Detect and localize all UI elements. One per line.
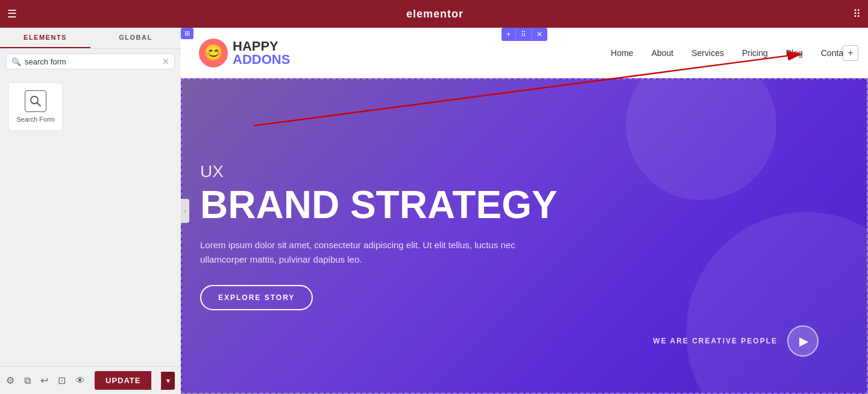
- update-button[interactable]: UPDATE: [95, 371, 151, 390]
- section-tool-add[interactable]: +: [502, 28, 516, 41]
- elements-area: Search Form: [0, 74, 181, 366]
- nav-links: Home About Services Pricing Blog Contact: [611, 48, 850, 58]
- video-label: WE ARE CREATIVE PEOPLE: [653, 337, 778, 345]
- hero-section: UX BRAND STRATEGY Lorem ipsum dolor sit …: [181, 78, 868, 394]
- layers-icon[interactable]: ⧉: [24, 375, 31, 386]
- search-bar: 🔍 ✕: [6, 54, 175, 69]
- preview-icon[interactable]: 👁: [75, 375, 85, 386]
- hero-description: Lorem ipsum dolor sit amet, consectetur …: [200, 238, 526, 267]
- hero-title: BRAND STRATEGY: [200, 184, 843, 226]
- sidebar: ELEMENTS GLOBAL 🔍 ✕ Search Form: [0, 28, 181, 394]
- tab-elements[interactable]: ELEMENTS: [0, 28, 90, 48]
- logo-happy: HAPPY: [233, 40, 290, 53]
- section-toolbar: + ⠿ ✕: [502, 28, 547, 41]
- bottom-bar: ⚙ ⧉ ↩ ⊡ 👁 UPDATE ▾: [0, 366, 181, 394]
- top-bar: ☰ elementor ⠿: [0, 0, 868, 28]
- element-search-form[interactable]: Search Form: [8, 83, 63, 131]
- section-tool-move[interactable]: ⠿: [516, 28, 532, 41]
- main-layout: ELEMENTS GLOBAL 🔍 ✕ Search Form: [0, 28, 868, 394]
- grid-icon[interactable]: ⠿: [853, 7, 861, 20]
- preview-header: ⊞ 😊 HAPPY ADDONS Home About Services Pri…: [181, 28, 868, 78]
- tab-global[interactable]: GLOBAL: [90, 28, 181, 48]
- svg-line-1: [37, 103, 41, 107]
- section-tool-close[interactable]: ✕: [532, 28, 547, 41]
- hamburger-icon[interactable]: ☰: [7, 7, 17, 20]
- search-form-icon: [25, 90, 46, 112]
- nav-about[interactable]: About: [652, 48, 674, 58]
- logo-icon: 😊: [199, 39, 228, 67]
- logo-addons: ADDONS: [233, 53, 290, 66]
- video-play-area: WE ARE CREATIVE PEOPLE ▶: [653, 325, 819, 357]
- clear-icon[interactable]: ✕: [162, 57, 169, 66]
- sidebar-tabs: ELEMENTS GLOBAL: [0, 28, 181, 49]
- nav-pricing[interactable]: Pricing: [742, 48, 768, 58]
- nav-blog[interactable]: Blog: [786, 48, 803, 58]
- update-dropdown-button[interactable]: ▾: [161, 372, 175, 390]
- element-label-search-form: Search Form: [16, 116, 55, 123]
- play-button[interactable]: ▶: [787, 325, 819, 357]
- add-section-button[interactable]: +: [843, 45, 858, 61]
- nav-services[interactable]: Services: [691, 48, 724, 58]
- canvas-area: ⊞ 😊 HAPPY ADDONS Home About Services Pri…: [181, 28, 868, 394]
- widget-handle: ⊞: [181, 28, 193, 39]
- play-icon: ▶: [799, 334, 808, 348]
- nav-home[interactable]: Home: [611, 48, 633, 58]
- logo-text: HAPPY ADDONS: [233, 40, 290, 66]
- logo-area: 😊 HAPPY ADDONS: [199, 39, 290, 67]
- hero-cta-button[interactable]: EXPLORE STORY: [200, 285, 313, 310]
- history-icon[interactable]: ↩: [40, 375, 48, 386]
- widget-icon: ⊞: [184, 30, 190, 37]
- deco-circle-2: [626, 78, 776, 200]
- settings-icon[interactable]: ⚙: [6, 375, 14, 386]
- responsive-icon[interactable]: ⊡: [58, 375, 66, 386]
- collapse-sidebar-handle[interactable]: ‹: [181, 199, 189, 223]
- search-icon: 🔍: [11, 57, 21, 66]
- search-input[interactable]: [25, 57, 162, 66]
- deco-circle-1: [686, 212, 868, 394]
- app-title: elementor: [24, 8, 846, 20]
